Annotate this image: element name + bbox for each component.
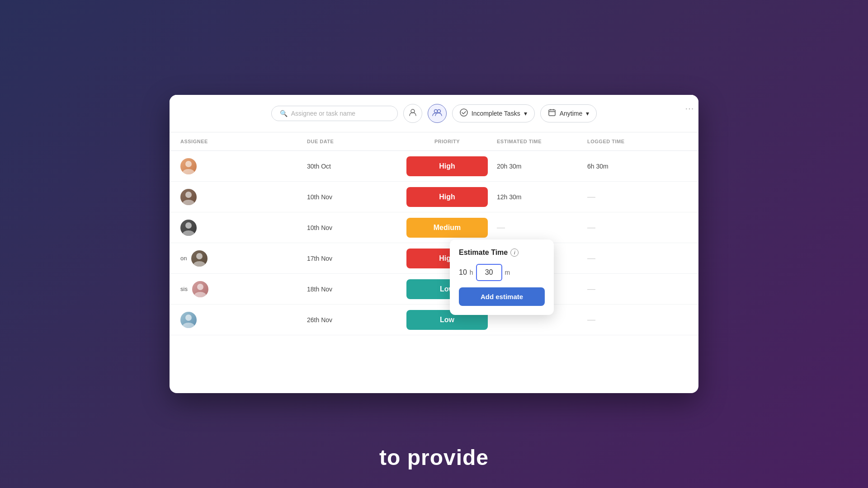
partial-name-4: on bbox=[180, 255, 187, 262]
table-row: on 17th Nov High — bbox=[170, 243, 698, 274]
due-date-3: 10th Nov bbox=[307, 224, 397, 231]
search-input: Assignee or task name bbox=[291, 110, 355, 117]
logged-time-5: — bbox=[587, 284, 678, 294]
assignee-cell-3 bbox=[180, 220, 307, 236]
logged-time-6: — bbox=[587, 315, 678, 324]
table-row: sis 18th Nov Low — bbox=[170, 274, 698, 305]
logged-time-4: — bbox=[587, 253, 678, 263]
toolbar: ⋯ 🔍 Assignee or task name bbox=[170, 95, 698, 132]
info-icon[interactable]: i bbox=[510, 249, 519, 257]
table-row: 26th Nov Low — bbox=[170, 305, 698, 335]
person-icon bbox=[408, 108, 417, 119]
priority-badge-1: High bbox=[406, 156, 488, 176]
group-view-button[interactable] bbox=[428, 104, 447, 123]
svg-point-2 bbox=[437, 109, 440, 113]
chevron-down-icon-2: ▾ bbox=[586, 110, 589, 117]
priority-cell-2: High bbox=[397, 187, 497, 207]
avatar-3 bbox=[180, 220, 197, 236]
priority-cell-3: Medium bbox=[397, 218, 497, 238]
col-priority: PRIORITY bbox=[397, 139, 497, 144]
popup-title: Estimate Time i bbox=[459, 249, 545, 257]
svg-point-1 bbox=[434, 109, 437, 113]
avatar-5 bbox=[192, 281, 208, 297]
due-date-6: 26th Nov bbox=[307, 316, 397, 324]
more-icon[interactable]: ⋯ bbox=[685, 103, 694, 114]
table-row: 10th Nov High 12h 30m — bbox=[170, 182, 698, 212]
chevron-down-icon: ▾ bbox=[524, 110, 527, 117]
logged-time-2: — bbox=[587, 192, 678, 202]
avatar-4 bbox=[191, 250, 208, 267]
assignee-cell-5: sis bbox=[180, 281, 307, 297]
anytime-filter[interactable]: Anytime ▾ bbox=[540, 104, 597, 122]
minutes-input[interactable]: 30 bbox=[476, 264, 502, 281]
incomplete-tasks-filter[interactable]: Incomplete Tasks ▾ bbox=[452, 104, 535, 122]
table-row: 30th Oct High 20h 30m 6h 30m bbox=[170, 151, 698, 182]
hours-value: 10 bbox=[459, 268, 467, 277]
avatar-1 bbox=[180, 158, 197, 174]
priority-badge-2: High bbox=[406, 187, 488, 207]
svg-point-3 bbox=[460, 109, 467, 116]
check-circle-icon bbox=[460, 108, 468, 118]
col-logged-time: LOGGED TIME bbox=[587, 139, 678, 144]
bottom-caption: to provide bbox=[379, 445, 489, 470]
avatar-2 bbox=[180, 189, 197, 205]
add-estimate-button[interactable]: Add estimate bbox=[459, 287, 545, 306]
table-row: 10th Nov Medium — — bbox=[170, 212, 698, 243]
est-time-3[interactable]: — bbox=[497, 223, 587, 232]
assignee-cell-4: on bbox=[180, 250, 307, 267]
due-date-2: 10th Nov bbox=[307, 193, 397, 201]
table-container: ASSIGNEE DUE DATE PRIORITY ESTIMATED TIM… bbox=[170, 132, 698, 335]
avatar-6 bbox=[180, 312, 197, 328]
due-date-5: 18th Nov bbox=[307, 286, 397, 293]
due-date-4: 17th Nov bbox=[307, 255, 397, 262]
minutes-label: m bbox=[505, 269, 510, 276]
priority-cell-1: High bbox=[397, 156, 497, 176]
estimate-popup: Estimate Time i 10 h 30 m Add estimate bbox=[450, 239, 554, 315]
est-time-2[interactable]: 12h 30m bbox=[497, 193, 587, 201]
group-icon bbox=[432, 108, 442, 120]
due-date-1: 30th Oct bbox=[307, 163, 397, 170]
assignee-cell-1 bbox=[180, 158, 307, 174]
col-estimated-time: ESTIMATED TIME bbox=[497, 139, 587, 144]
table-body: 30th Oct High 20h 30m 6h 30m 10th Nov Hi… bbox=[170, 151, 698, 335]
col-due-date: DUE DATE bbox=[307, 139, 397, 144]
table-header: ASSIGNEE DUE DATE PRIORITY ESTIMATED TIM… bbox=[170, 132, 698, 151]
person-view-button[interactable] bbox=[403, 104, 422, 123]
incomplete-tasks-label: Incomplete Tasks bbox=[472, 110, 520, 117]
main-panel: ⋯ 🔍 Assignee or task name bbox=[170, 95, 698, 393]
time-inputs: 10 h 30 m bbox=[459, 264, 545, 281]
search-box[interactable]: 🔍 Assignee or task name bbox=[271, 106, 398, 121]
col-assignee: ASSIGNEE bbox=[180, 139, 307, 144]
calendar-icon bbox=[548, 108, 556, 118]
anytime-label: Anytime bbox=[560, 110, 583, 117]
logged-time-3: — bbox=[587, 223, 678, 232]
svg-rect-4 bbox=[549, 110, 555, 116]
hours-label: h bbox=[470, 269, 473, 276]
partial-name-5: sis bbox=[180, 286, 188, 292]
assignee-cell-2 bbox=[180, 189, 307, 205]
logged-time-1: 6h 30m bbox=[587, 163, 678, 170]
priority-badge-3: Medium bbox=[406, 218, 488, 238]
est-time-1[interactable]: 20h 30m bbox=[497, 163, 587, 170]
search-icon: 🔍 bbox=[280, 110, 288, 117]
assignee-cell-6 bbox=[180, 312, 307, 328]
